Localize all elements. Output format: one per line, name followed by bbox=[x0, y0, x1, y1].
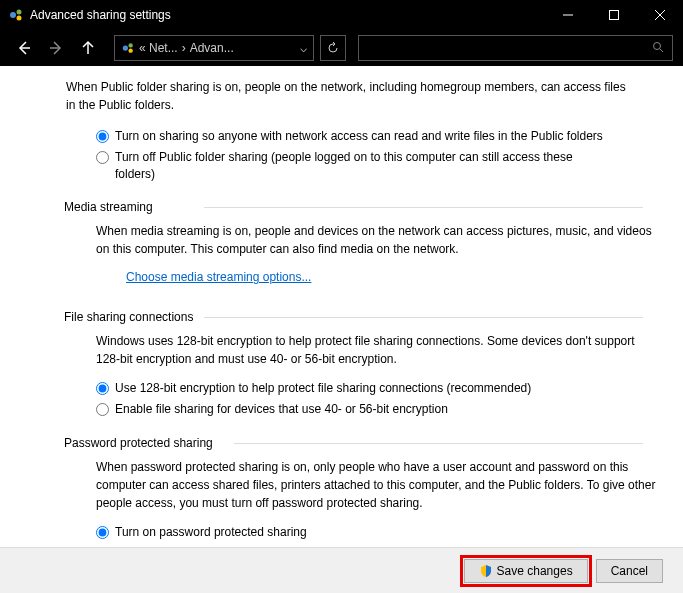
cancel-button[interactable]: Cancel bbox=[596, 559, 663, 583]
search-icon bbox=[652, 39, 664, 57]
radio-label: Turn on sharing so anyone with network a… bbox=[115, 128, 603, 145]
breadcrumb-seg1[interactable]: « Net... bbox=[139, 41, 178, 55]
forward-button[interactable] bbox=[42, 34, 70, 62]
content-area: When Public folder sharing is on, people… bbox=[0, 66, 683, 547]
app-icon bbox=[8, 7, 24, 23]
password-on-option[interactable]: Turn on password protected sharing bbox=[96, 524, 683, 541]
media-streaming-link[interactable]: Choose media streaming options... bbox=[126, 270, 311, 284]
window-title: Advanced sharing settings bbox=[30, 8, 545, 22]
public-folder-on-option[interactable]: Turn on sharing so anyone with network a… bbox=[96, 128, 683, 145]
shield-icon bbox=[479, 564, 493, 578]
refresh-button[interactable] bbox=[320, 35, 346, 61]
radio-input[interactable] bbox=[96, 403, 109, 416]
search-input[interactable] bbox=[358, 35, 673, 61]
password-sharing-header: Password protected sharing bbox=[64, 436, 683, 450]
password-sharing-intro: When password protected sharing is on, o… bbox=[96, 458, 656, 512]
svg-point-10 bbox=[123, 45, 128, 50]
svg-point-11 bbox=[128, 43, 132, 47]
file-sharing-header: File sharing connections bbox=[64, 310, 683, 324]
svg-point-12 bbox=[128, 48, 132, 52]
svg-point-13 bbox=[654, 43, 661, 50]
radio-input[interactable] bbox=[96, 382, 109, 395]
file-sharing-intro: Windows uses 128-bit encryption to help … bbox=[96, 332, 656, 368]
svg-line-14 bbox=[660, 49, 663, 52]
breadcrumb-icon bbox=[121, 41, 135, 55]
chevron-right-icon: › bbox=[182, 41, 186, 55]
save-button-label: Save changes bbox=[497, 564, 573, 578]
media-streaming-intro: When media streaming is on, people and d… bbox=[96, 222, 656, 258]
breadcrumb-seg2[interactable]: Advan... bbox=[190, 41, 234, 55]
svg-point-1 bbox=[17, 10, 22, 15]
navbar: « Net... › Advan... ⌵ bbox=[0, 30, 683, 66]
svg-point-2 bbox=[17, 16, 22, 21]
titlebar: Advanced sharing settings bbox=[0, 0, 683, 30]
minimize-button[interactable] bbox=[545, 0, 591, 30]
close-button[interactable] bbox=[637, 0, 683, 30]
radio-input[interactable] bbox=[96, 130, 109, 143]
radio-label: Turn on password protected sharing bbox=[115, 524, 307, 541]
breadcrumb[interactable]: « Net... › Advan... ⌵ bbox=[114, 35, 314, 61]
radio-input[interactable] bbox=[96, 526, 109, 539]
encryption-128-option[interactable]: Use 128-bit encryption to help protect f… bbox=[96, 380, 683, 397]
radio-input[interactable] bbox=[96, 151, 109, 164]
svg-point-0 bbox=[10, 12, 16, 18]
media-streaming-header: Media streaming bbox=[64, 200, 683, 214]
public-folder-off-option[interactable]: Turn off Public folder sharing (people l… bbox=[96, 149, 683, 183]
cancel-button-label: Cancel bbox=[611, 564, 648, 578]
radio-label: Turn off Public folder sharing (people l… bbox=[115, 149, 605, 183]
public-folder-intro: When Public folder sharing is on, people… bbox=[66, 78, 626, 114]
back-button[interactable] bbox=[10, 34, 38, 62]
save-changes-button[interactable]: Save changes bbox=[464, 559, 588, 583]
radio-label: Enable file sharing for devices that use… bbox=[115, 401, 448, 418]
radio-label: Use 128-bit encryption to help protect f… bbox=[115, 380, 531, 397]
svg-rect-4 bbox=[610, 11, 619, 20]
chevron-down-icon[interactable]: ⌵ bbox=[300, 41, 307, 55]
up-button[interactable] bbox=[74, 34, 102, 62]
encryption-40-56-option[interactable]: Enable file sharing for devices that use… bbox=[96, 401, 683, 418]
maximize-button[interactable] bbox=[591, 0, 637, 30]
footer: Save changes Cancel bbox=[0, 547, 683, 593]
